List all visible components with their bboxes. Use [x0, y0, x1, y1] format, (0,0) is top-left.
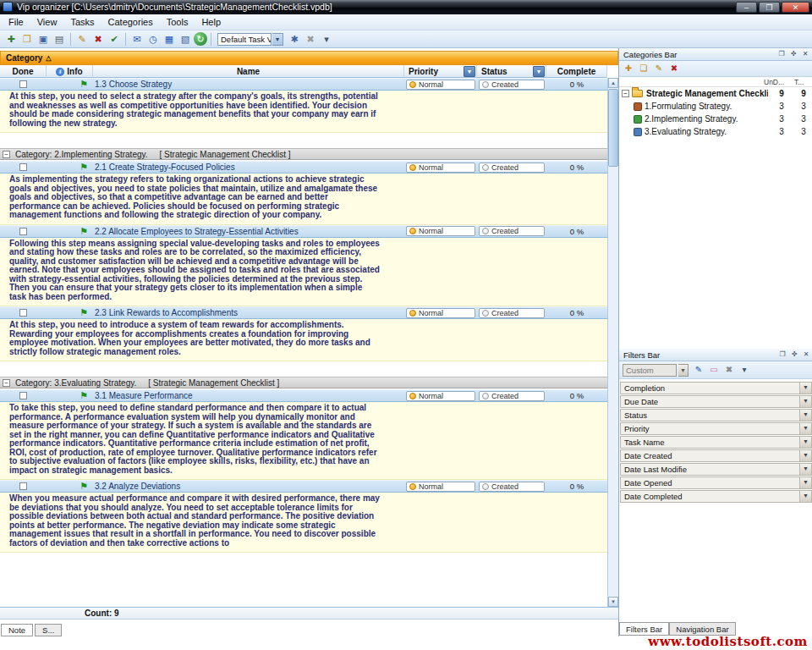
done-checkbox[interactable]	[19, 309, 27, 317]
status-cell[interactable]: Created	[479, 391, 545, 401]
menu-file[interactable]: File	[2, 16, 30, 28]
dropdown-arrow-icon[interactable]: ▼	[799, 396, 811, 407]
pin-icon[interactable]: ✜	[789, 350, 799, 360]
edit-filter-icon[interactable]: ✎	[692, 364, 705, 377]
group-by-category-header[interactable]: Category △	[0, 51, 618, 65]
dropdown-arrow-icon[interactable]: ▼	[799, 450, 811, 461]
print-icon[interactable]: ▤	[52, 32, 67, 47]
dropdown-arrow-icon[interactable]: ▼	[799, 491, 811, 502]
collapse-icon[interactable]: −	[622, 90, 629, 97]
dock-icon[interactable]: ❐	[776, 49, 787, 59]
done-checkbox[interactable]	[19, 392, 27, 399]
save-icon[interactable]: ▣	[36, 32, 51, 47]
close-icon[interactable]: ✕	[800, 49, 810, 59]
status-cell[interactable]: Created	[479, 162, 545, 173]
tab-note[interactable]: Note	[1, 624, 33, 636]
calendar-view-icon[interactable]: ▧	[178, 32, 193, 47]
filter-row[interactable]: Status▼	[620, 409, 812, 421]
maximize-button[interactable]: ❐	[759, 2, 780, 13]
task-name[interactable]: 2.2 Allocate Employees to Strategy-Essen…	[95, 226, 404, 237]
done-checkbox[interactable]	[19, 163, 27, 171]
menu-tasks[interactable]: Tasks	[63, 16, 101, 28]
collapse-icon[interactable]: −	[3, 151, 10, 158]
task-name[interactable]: 3.1 Measure Performance	[95, 390, 404, 401]
column-header-info[interactable]: i Info	[47, 65, 93, 78]
menu-tools[interactable]: Tools	[160, 16, 195, 28]
category-group-row[interactable]: −Category: 2.Implementing Strategy.[ Str…	[0, 148, 607, 160]
priority-cell[interactable]: Normal	[406, 482, 475, 492]
priority-cell[interactable]: Normal	[406, 162, 475, 173]
dropdown-arrow-icon[interactable]: ▼	[799, 423, 811, 434]
dropdown-arrow-icon[interactable]: ▼	[799, 437, 811, 448]
more-filters-icon[interactable]: ▾	[738, 364, 751, 377]
done-checkbox[interactable]	[19, 80, 27, 88]
category-tree-item[interactable]: −Strategic Management Checkli99	[619, 87, 812, 100]
column-header-status[interactable]: Status ▼	[477, 65, 546, 78]
filter-preset-dropdown-icon[interactable]: ▼	[678, 364, 689, 377]
task-name[interactable]: 3.2 Analyze Deviations	[95, 481, 404, 492]
dock-icon[interactable]: ❐	[777, 350, 787, 360]
priority-cell[interactable]: Normal	[406, 308, 475, 318]
priority-cell[interactable]: Normal	[406, 226, 475, 236]
dropdown-arrow-icon[interactable]: ▼	[799, 464, 811, 475]
delete-category-icon[interactable]: ✖	[667, 63, 681, 75]
close-button[interactable]: ✕	[782, 2, 809, 13]
scroll-up-icon[interactable]: ▲	[608, 78, 618, 88]
filter-row[interactable]: Date Created▼	[620, 449, 812, 462]
collapse-icon[interactable]: −	[3, 379, 10, 387]
done-checkbox[interactable]	[19, 228, 27, 235]
task-name[interactable]: 2.1 Create Strategy-Focused Policies	[95, 162, 404, 173]
filter-row[interactable]: Date Opened▼	[620, 476, 812, 489]
complete-task-icon[interactable]: ✔	[107, 32, 122, 47]
column-header-name[interactable]: Name	[93, 65, 404, 78]
priority-cell[interactable]: Normal	[406, 80, 475, 90]
filter-row[interactable]: Task Name▼	[620, 436, 812, 449]
priority-cell[interactable]: Normal	[406, 391, 475, 401]
filter-row[interactable]: Completion▼	[620, 382, 812, 394]
sync-icon[interactable]: ↻	[194, 32, 207, 46]
status-cell[interactable]: Created	[479, 80, 545, 90]
new-category-icon[interactable]: ✚	[622, 63, 635, 75]
filter-row[interactable]: Due Date▼	[620, 395, 812, 408]
dropdown-arrow-icon[interactable]: ▼	[799, 477, 811, 488]
erase-filter-icon[interactable]: ▭	[707, 364, 721, 377]
menu-categories[interactable]: Categories	[102, 16, 160, 28]
filter-preset-combo[interactable]: Custom	[623, 364, 677, 377]
minimize-button[interactable]: –	[736, 2, 757, 13]
scroll-down-icon[interactable]: ▼	[608, 597, 618, 607]
category-tree-item[interactable]: 2.Implementing Strategy.33	[619, 113, 812, 125]
status-cell[interactable]: Created	[479, 482, 545, 492]
task-name[interactable]: 1.3 Choose Strategy	[95, 79, 404, 90]
category-group-row[interactable]: −Category: 3.Evaluating Strategy.[ Strat…	[0, 377, 607, 388]
task-view-combo[interactable]: Default Task V	[217, 33, 272, 46]
table-view-icon[interactable]: ▦	[162, 32, 177, 47]
reminder-icon[interactable]: ◷	[145, 32, 161, 47]
menu-view[interactable]: View	[30, 16, 64, 28]
task-name[interactable]: 2.3 Link Rewards to Accomplishments	[95, 307, 404, 318]
open-database-icon[interactable]: ❒	[19, 32, 35, 47]
new-task-icon[interactable]: ✚	[3, 32, 19, 47]
scrollbar-thumb[interactable]	[608, 89, 618, 167]
column-header-done[interactable]: Done	[0, 65, 47, 78]
status-filter-button[interactable]: ▼	[533, 66, 545, 77]
menu-help[interactable]: Help	[195, 16, 228, 28]
email-icon[interactable]: ✉	[129, 32, 145, 47]
category-tree-item[interactable]: 3.Evaluating Strategy.33	[619, 125, 812, 138]
tab-s[interactable]: S...	[35, 624, 62, 636]
vertical-scrollbar[interactable]: ▲ ▼	[607, 78, 618, 607]
column-header-priority[interactable]: Priority ▼	[404, 65, 477, 78]
edit-task-icon[interactable]: ✎	[74, 32, 90, 47]
done-checkbox[interactable]	[19, 482, 27, 490]
dropdown-arrow-icon[interactable]: ▼	[799, 383, 811, 394]
status-cell[interactable]: Created	[479, 226, 545, 236]
more-views-icon[interactable]: ▾	[319, 32, 334, 47]
dropdown-arrow-icon[interactable]: ▼	[799, 410, 811, 421]
priority-filter-button[interactable]: ▼	[464, 66, 475, 77]
filter-row[interactable]: Date Last Modifie▼	[620, 463, 812, 476]
pin-icon[interactable]: ✜	[788, 49, 798, 59]
clear-filter-icon[interactable]: ✖	[722, 364, 736, 377]
filter-row[interactable]: Date Completed▼	[620, 490, 812, 503]
close-icon[interactable]: ✕	[801, 350, 811, 360]
category-tree-item[interactable]: 1.Formulating Strategy.33	[619, 100, 812, 113]
view-settings-icon[interactable]: ✱	[287, 32, 302, 47]
